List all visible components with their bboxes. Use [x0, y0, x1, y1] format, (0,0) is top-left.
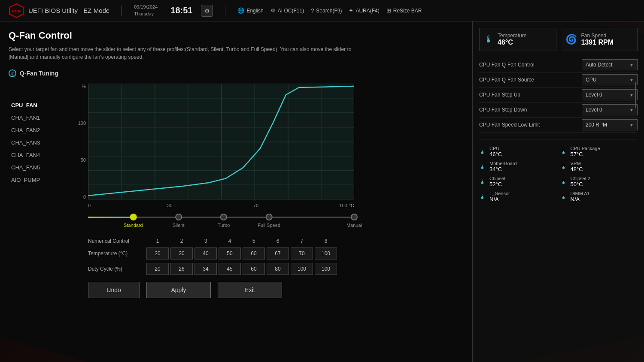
profile-silent[interactable]: Silent — [173, 214, 185, 228]
fan-list-item[interactable]: CHA_FAN5 — [9, 163, 64, 172]
col-header-2: 2 — [170, 238, 193, 244]
y-tick-pct-label: % — [73, 84, 86, 89]
sensor-chipset-info: Chipset 52°C — [489, 176, 505, 187]
temp-cell-7[interactable]: 70 — [291, 247, 313, 259]
chart-container: % 100 50 0 — [73, 84, 464, 298]
sensor-cpu-package-name: CPU Package — [571, 146, 600, 151]
date-label: 09/19/2024 — [134, 4, 158, 10]
fan-list-item[interactable]: CHA_FAN3 — [9, 138, 64, 147]
profile-manual[interactable]: Manual — [346, 214, 362, 228]
sensor-cpu-name: CPU — [489, 146, 502, 151]
temp-cell-3[interactable]: 40 — [194, 247, 217, 259]
exit-button[interactable]: Exit — [218, 282, 282, 298]
ai-oc-icon: ⚙ — [270, 7, 276, 14]
page-title: Q-Fan Control — [9, 30, 464, 41]
duty-cell-5[interactable]: 60 — [243, 263, 265, 275]
sensor-chipset2-name: Chipset 2 — [571, 176, 590, 181]
temp-cell-6[interactable]: 67 — [267, 247, 289, 259]
temp-cell-1[interactable]: 20 — [146, 247, 169, 259]
sensor-vrm-icon: 🌡 — [560, 163, 567, 171]
sensor-motherboard: 🌡 MotherBoard 34°C — [479, 161, 557, 172]
step-up-dropdown[interactable]: Level 0 ▼ — [582, 89, 638, 100]
nav-aura[interactable]: ✦ AURA(F4) — [349, 7, 379, 14]
fan-list-item[interactable]: CHA_FAN2 — [9, 126, 64, 135]
q-fan-source-dropdown[interactable]: CPU ▼ — [582, 74, 638, 85]
profile-label-silent: Silent — [173, 223, 185, 228]
temp-cell-2[interactable]: 30 — [170, 247, 193, 259]
step-down-arrow-icon: ▼ — [629, 108, 634, 112]
duty-cell-6[interactable]: 80 — [267, 263, 289, 275]
gear-settings-button[interactable]: ⚙ — [201, 5, 213, 17]
temperature-metric: 🌡 Temperature 46°C — [479, 28, 556, 51]
sensor-dimm-a1-value: N/A — [571, 196, 590, 202]
speed-low-limit-value: 200 RPM — [586, 122, 607, 128]
sensor-dimm-a1-name: DIMM A1 — [571, 191, 590, 196]
temperature-metric-value: 46°C — [498, 39, 526, 46]
settings-section: CPU Fan Q-Fan Control Auto Detect ▼ CPU … — [479, 57, 638, 133]
resize-bar-icon: ⊞ — [386, 7, 391, 14]
sensor-t-sensor: 🌡 T_Sensor N/A — [479, 191, 557, 202]
fan-list-item[interactable]: CPU_FAN — [9, 101, 64, 110]
sensor-dimm-a1: 🌡 DIMM A1 N/A — [560, 191, 638, 202]
x-tick-0: 0 — [88, 203, 91, 208]
temperature-info: Temperature 46°C — [498, 33, 526, 46]
duty-cell-7[interactable]: 100 — [291, 263, 313, 275]
datetime-box: 09/19/2024 Thursday — [134, 4, 158, 17]
fan-speed-icon: 🌀 — [565, 34, 577, 45]
q-fan-source-value: CPU — [586, 77, 596, 83]
q-fan-control-label: CPU Fan Q-Fan Control — [479, 62, 582, 68]
x-unit-label: °C — [349, 203, 354, 208]
temp-cell-8[interactable]: 100 — [315, 247, 337, 259]
fan-list-item[interactable]: CHA_FAN1 — [9, 113, 64, 122]
duty-cell-8[interactable]: 100 — [315, 263, 337, 275]
nav-ai-oc[interactable]: ⚙ AI OC(F11) — [270, 7, 304, 14]
setting-speed-low-limit: CPU Fan Speed Low Limit 200 RPM ▼ — [479, 118, 638, 133]
profile-slider[interactable]: Standard Silent Turbo — [88, 211, 354, 233]
aura-icon: ✦ — [349, 7, 353, 14]
step-down-dropdown[interactable]: Level 0 ▼ — [582, 104, 638, 115]
temp-cell-5[interactable]: 60 — [243, 247, 265, 259]
step-down-value: Level 0 — [586, 107, 602, 113]
duty-cell-3[interactable]: 34 — [194, 263, 217, 275]
profile-full-speed[interactable]: Full Speed — [258, 214, 280, 228]
nav-search[interactable]: ? Search(F9) — [311, 7, 342, 14]
duty-cell-1[interactable]: 20 — [146, 263, 169, 275]
undo-button[interactable]: Undo — [88, 282, 140, 298]
x-tick-30: 30 — [167, 203, 172, 208]
nav-language[interactable]: 🌐 English — [237, 7, 263, 14]
sensor-motherboard-value: 34°C — [489, 166, 517, 172]
speed-low-limit-dropdown[interactable]: 200 RPM ▼ — [582, 119, 638, 130]
header-divider2 — [225, 6, 225, 16]
right-panel: 🌡 Temperature 46°C 🌀 Fan Speed 1391 RPM … — [472, 21, 644, 362]
q-fan-control-dropdown[interactable]: Auto Detect ▼ — [582, 59, 638, 70]
sensor-chipset2-value: 50°C — [571, 181, 590, 187]
sensor-dimm-a1-info: DIMM A1 N/A — [571, 191, 590, 202]
app-title: UEFI BIOS Utility - EZ Mode — [28, 7, 109, 14]
sensor-cpu-icon: 🌡 — [479, 148, 486, 156]
col-header-1: 1 — [146, 238, 169, 244]
y-tick-50: 50 — [73, 157, 86, 163]
col-header-4: 4 — [219, 238, 241, 244]
col-header-3: 3 — [194, 238, 217, 244]
sensor-cpu-package-value: 57°C — [571, 151, 600, 157]
sensor-chipset: 🌡 Chipset 52°C — [479, 176, 557, 187]
nav-resize-bar[interactable]: ⊞ ReSize BAR — [386, 7, 422, 14]
q-fan-source-arrow-icon: ▼ — [629, 78, 634, 82]
resize-bar-label: ReSize BAR — [393, 8, 422, 14]
sensor-cpu-package: 🌡 CPU Package 57°C — [560, 146, 638, 157]
duty-cell-4[interactable]: 45 — [219, 263, 241, 275]
sensor-chipset-value: 52°C — [489, 181, 505, 187]
profile-label-turbo: Turbo — [218, 223, 230, 228]
qfan-heading: ◎ Q-Fan Tuning — [9, 69, 464, 77]
profile-standard[interactable]: Standard — [124, 214, 143, 228]
sensor-vrm: 🌡 VRM 48°C — [560, 161, 638, 172]
profile-label-manual: Manual — [346, 223, 362, 228]
scroll-indicator — [635, 82, 636, 108]
fan-list-item[interactable]: AIO_PUMP — [9, 175, 64, 184]
fan-list-item[interactable]: CHA_FAN4 — [9, 151, 64, 160]
duty-cell-2[interactable]: 26 — [170, 263, 193, 275]
sensors-grid: 🌡 CPU 46°C 🌡 CPU Package 57°C 🌡 MotherBo… — [479, 146, 638, 202]
apply-button[interactable]: Apply — [146, 282, 211, 298]
profile-turbo[interactable]: Turbo — [218, 214, 230, 228]
temp-cell-4[interactable]: 50 — [219, 247, 241, 259]
